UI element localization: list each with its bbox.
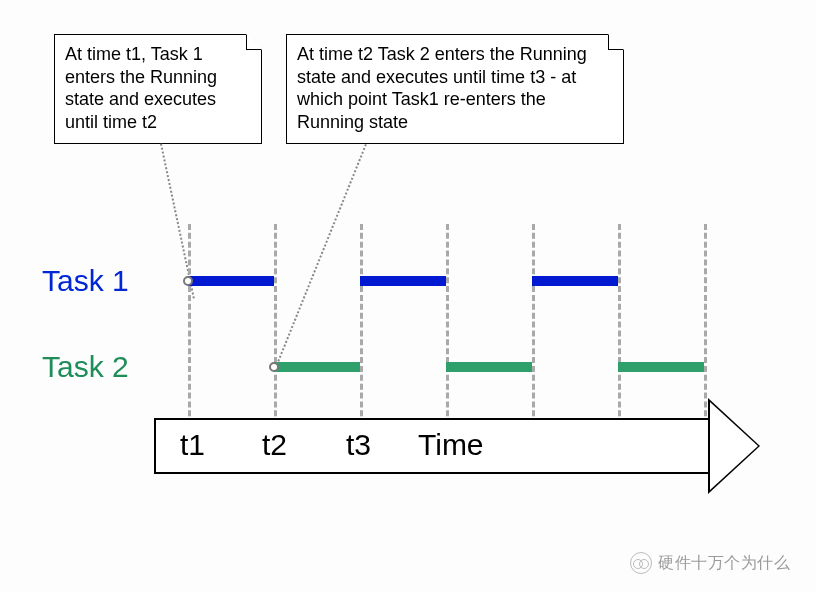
task1-segment bbox=[188, 276, 274, 286]
wechat-icon bbox=[630, 552, 652, 574]
gridline bbox=[188, 224, 191, 434]
tick-t1: t1 bbox=[180, 428, 205, 462]
task1-segment bbox=[360, 276, 446, 286]
gridline bbox=[704, 224, 707, 434]
leader-line bbox=[276, 144, 367, 365]
anchor-dot bbox=[269, 362, 279, 372]
callout-text: At time t1, Task 1 enters the Running st… bbox=[65, 44, 217, 132]
tick-t3: t3 bbox=[346, 428, 371, 462]
gridline bbox=[532, 224, 535, 434]
watermark: 硬件十万个为什么 bbox=[630, 552, 790, 574]
arrowhead-icon bbox=[708, 398, 760, 494]
task2-segment bbox=[618, 362, 704, 372]
gridline bbox=[274, 224, 277, 434]
gridline bbox=[446, 224, 449, 434]
note-fold-icon bbox=[608, 34, 624, 50]
callout-t2: At time t2 Task 2 enters the Running sta… bbox=[286, 34, 624, 144]
callout-t1: At time t1, Task 1 enters the Running st… bbox=[54, 34, 262, 144]
task2-segment bbox=[274, 362, 360, 372]
tick-t2: t2 bbox=[262, 428, 287, 462]
callout-text: At time t2 Task 2 enters the Running sta… bbox=[297, 44, 587, 132]
task2-segment bbox=[446, 362, 532, 372]
anchor-dot bbox=[183, 276, 193, 286]
gridline bbox=[618, 224, 621, 434]
task2-label: Task 2 bbox=[42, 350, 129, 384]
task1-label: Task 1 bbox=[42, 264, 129, 298]
gridline bbox=[360, 224, 363, 434]
diagram-canvas: At time t1, Task 1 enters the Running st… bbox=[0, 0, 816, 592]
note-fold-icon bbox=[246, 34, 262, 50]
watermark-text: 硬件十万个为什么 bbox=[658, 553, 790, 574]
axis-label-time: Time bbox=[418, 428, 484, 462]
task1-segment bbox=[532, 276, 618, 286]
